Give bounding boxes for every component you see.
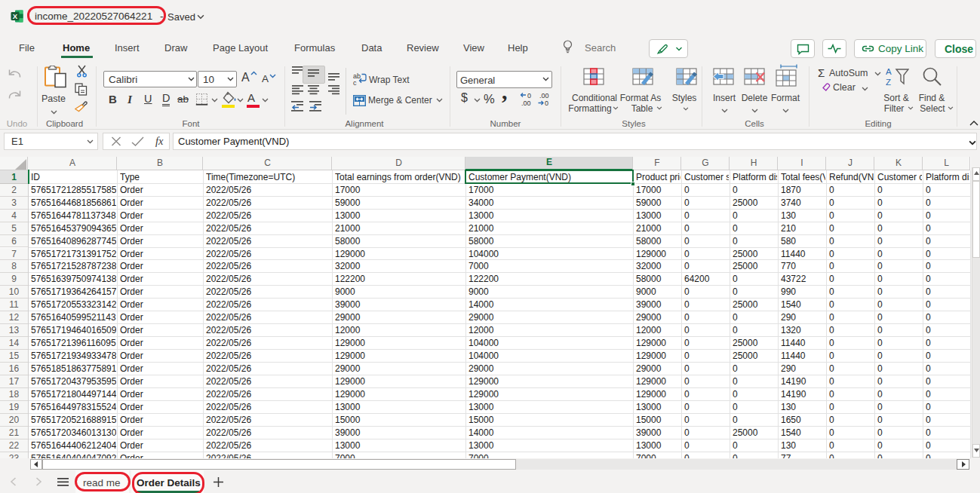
svg-text:.00: .00 — [521, 100, 531, 106]
svg-text:Z: Z — [886, 78, 891, 87]
svg-text:c: c — [353, 79, 357, 86]
svg-text:X: X — [13, 12, 18, 20]
svg-text:0: 0 — [527, 92, 531, 100]
svg-text:A: A — [886, 67, 892, 76]
svg-text:.00: .00 — [539, 92, 549, 100]
